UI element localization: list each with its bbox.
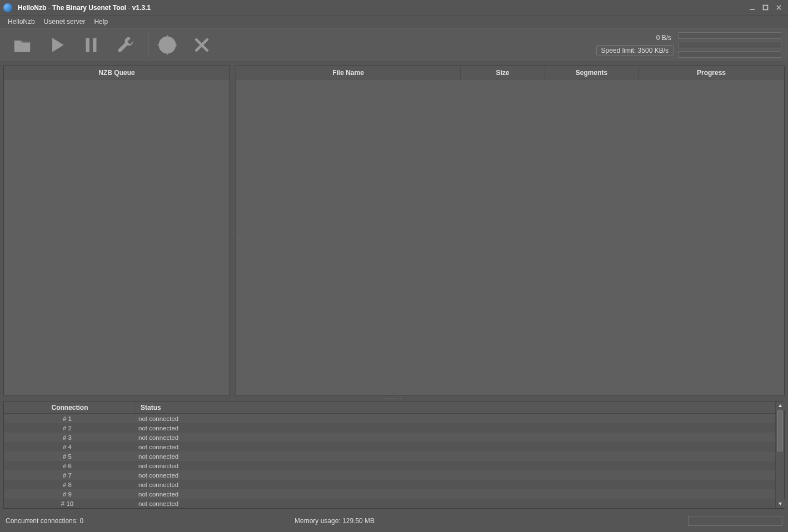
- menu-help[interactable]: Help: [89, 17, 112, 27]
- chevron-down-icon: [778, 501, 782, 506]
- connection-row[interactable]: # 5not connected: [4, 451, 775, 461]
- status-progressbar: [688, 516, 782, 526]
- connections-header-row: Connection Status: [4, 401, 775, 414]
- play-button[interactable]: [41, 29, 72, 61]
- wrench-icon: [115, 34, 136, 56]
- nzb-queue-panel: NZB Queue: [3, 66, 230, 395]
- svg-point-4: [19, 44, 25, 50]
- svg-text:100%: 100%: [163, 43, 171, 47]
- col-filename[interactable]: File Name: [236, 67, 461, 79]
- settings-button[interactable]: [110, 29, 141, 61]
- connection-row[interactable]: # 9not connected: [4, 489, 775, 499]
- statusbar: Concurrent connections: 0 Memory usage: …: [0, 509, 788, 532]
- vertical-splitter[interactable]: [230, 66, 236, 395]
- connection-row[interactable]: # 6not connected: [4, 461, 775, 470]
- toolbar-separator: [148, 33, 148, 57]
- queue-body[interactable]: [4, 79, 230, 395]
- svg-rect-6: [86, 38, 89, 52]
- connections-body[interactable]: # 1not connected# 2not connected# 3not c…: [4, 414, 775, 508]
- connection-status: not connected: [136, 491, 775, 498]
- connection-status: not connected: [136, 415, 775, 422]
- svg-marker-15: [779, 404, 782, 407]
- queue-header-row: NZB Queue: [4, 66, 230, 79]
- minimize-button[interactable]: [746, 2, 758, 13]
- col-status[interactable]: Status: [136, 401, 775, 414]
- menu-hellonzb[interactable]: HelloNzb: [3, 17, 39, 27]
- scroll-track[interactable]: [776, 410, 784, 499]
- connections-panel: Connection Status # 1not connected# 2not…: [3, 401, 785, 509]
- toolbar: 100% 0 B/s Speed limit: 3500 KB/s: [0, 28, 788, 62]
- col-segments[interactable]: Segments: [545, 67, 639, 79]
- queue-header[interactable]: NZB Queue: [4, 67, 230, 79]
- svg-rect-7: [93, 38, 96, 52]
- cancel-button[interactable]: [186, 29, 217, 61]
- connection-row[interactable]: # 1not connected: [4, 414, 775, 423]
- files-body[interactable]: [236, 79, 784, 395]
- pause-button[interactable]: [76, 29, 107, 61]
- window-title: HelloNzb - The Binary Usenet Tool - v1.3…: [18, 4, 151, 12]
- cancel-icon: [191, 34, 212, 56]
- connection-id: # 8: [4, 481, 136, 488]
- connection-id: # 6: [4, 463, 136, 469]
- connections-scrollbar[interactable]: [775, 401, 784, 508]
- connection-status: not connected: [136, 425, 775, 431]
- connection-status: not connected: [136, 463, 775, 469]
- connection-row[interactable]: # 7not connected: [4, 470, 775, 480]
- col-progress[interactable]: Progress: [639, 67, 784, 79]
- meter-bar-1: [678, 32, 781, 39]
- progress-meters: [678, 32, 781, 58]
- files-panel: File Name Size Segments Progress: [236, 66, 785, 395]
- status-concurrent: Concurrent connections: 0: [6, 517, 295, 525]
- svg-marker-16: [779, 503, 782, 505]
- title-desc: The Binary Usenet Tool: [52, 4, 126, 12]
- connection-status: not connected: [136, 434, 775, 441]
- meter-bar-2: [678, 42, 781, 48]
- connection-id: # 5: [4, 453, 136, 460]
- connection-id: # 9: [4, 491, 136, 498]
- connection-status: not connected: [136, 472, 775, 479]
- files-header-row: File Name Size Segments Progress: [236, 66, 784, 79]
- scroll-down-button[interactable]: [776, 499, 785, 508]
- play-icon: [46, 34, 67, 56]
- scroll-thumb[interactable]: [777, 410, 783, 451]
- pause-icon: [81, 34, 102, 56]
- connection-status: not connected: [136, 481, 775, 488]
- status-memory: Memory usage: 129.50 MB: [295, 517, 688, 525]
- col-size[interactable]: Size: [461, 67, 545, 79]
- scroll-up-button[interactable]: [776, 401, 785, 410]
- connection-row[interactable]: # 4not connected: [4, 442, 775, 451]
- connection-status: not connected: [136, 444, 775, 450]
- svg-marker-5: [52, 38, 64, 52]
- connection-id: # 4: [4, 444, 136, 450]
- menubar: HelloNzb Usenet server Help: [0, 16, 788, 28]
- gauge-icon: 100%: [157, 34, 178, 56]
- speed-value: 0 B/s: [656, 34, 674, 42]
- connection-row[interactable]: # 2not connected: [4, 423, 775, 433]
- connection-row[interactable]: # 3not connected: [4, 433, 775, 442]
- connection-id: # 7: [4, 472, 136, 479]
- speed-display: 0 B/s Speed limit: 3500 KB/s: [596, 34, 674, 56]
- connection-id: # 1: [4, 415, 136, 422]
- connection-id: # 3: [4, 434, 136, 441]
- maximize-button[interactable]: [759, 2, 771, 13]
- connection-row[interactable]: # 8not connected: [4, 480, 775, 489]
- close-button[interactable]: [772, 2, 785, 13]
- connection-row[interactable]: # 10not connected: [4, 499, 775, 508]
- meter-bar-3: [678, 51, 781, 58]
- title-version: v1.3.1: [132, 4, 151, 12]
- connection-status: not connected: [136, 500, 775, 507]
- chevron-up-icon: [778, 404, 782, 408]
- main-area: NZB Queue File Name Size Segments Progre…: [0, 62, 788, 395]
- speed-gauge-button[interactable]: 100%: [152, 29, 183, 61]
- speed-limit-button[interactable]: Speed limit: 3500 KB/s: [596, 45, 674, 56]
- svg-rect-1: [763, 5, 767, 9]
- title-app: HelloNzb: [18, 4, 46, 12]
- menu-usenet-server[interactable]: Usenet server: [39, 17, 90, 27]
- horizontal-splitter[interactable]: [0, 395, 788, 401]
- col-connection[interactable]: Connection: [4, 401, 136, 414]
- folder-open-icon: [12, 34, 33, 56]
- connection-id: # 2: [4, 425, 136, 431]
- app-icon: [3, 3, 12, 12]
- connection-status: not connected: [136, 453, 775, 460]
- open-folder-button[interactable]: [7, 29, 38, 61]
